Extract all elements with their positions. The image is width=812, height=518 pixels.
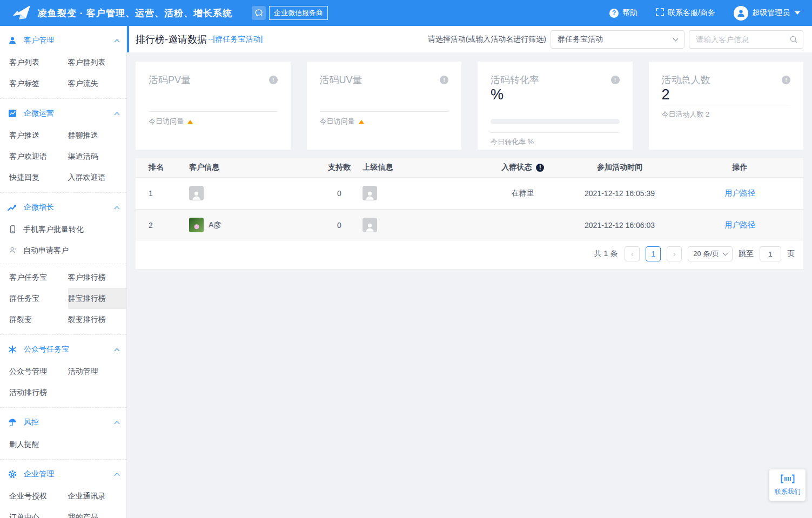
prev-page-button[interactable]: ‹ <box>625 246 640 261</box>
barcode-scan-icon <box>781 476 795 485</box>
cell-rank: 2 <box>136 209 189 241</box>
col-header-support: 支持数 <box>316 158 363 177</box>
card-footer-label: 今日转化率 % <box>491 137 534 147</box>
sidebar-item-corp-auth[interactable]: 企业号授权 <box>9 486 68 507</box>
contact-us-widget[interactable]: 联系我们 <box>769 469 806 501</box>
logo[interactable]: 凌鱼裂变 · 客户管理、运营、活粉、增长系统 <box>12 4 232 22</box>
umbrella-icon <box>8 418 17 427</box>
info-icon[interactable]: ! <box>269 76 278 84</box>
sidebar-item-group-welcome[interactable]: 入群欢迎语 <box>68 167 127 188</box>
chevron-down-icon <box>795 11 800 15</box>
top-header: 凌鱼裂变 · 客户管理、运营、活粉、增长系统 企业微信服务商 ? 帮助 <box>0 0 812 26</box>
section-header-wecom-ops[interactable]: 企微运营 <box>0 102 126 125</box>
card-title: 活码UV量 <box>320 73 363 86</box>
card-title: 活码转化率 <box>491 73 539 86</box>
gear-icon <box>8 470 17 479</box>
filter-label: 请选择活动(或输入活动名进行筛选) <box>428 35 546 44</box>
question-icon: ? <box>609 9 619 18</box>
sidebar-item-customer-group-list[interactable]: 客户群列表 <box>68 52 127 73</box>
divider <box>149 111 278 112</box>
sidebar-item-customer-push[interactable]: 客户推送 <box>9 125 68 146</box>
sidebar-item-my-products[interactable]: 我的产品 <box>68 507 127 518</box>
sidebar-item-quick-reply[interactable]: 快捷回复 <box>9 167 68 188</box>
avatar <box>734 6 748 21</box>
info-icon[interactable]: ! <box>440 76 448 84</box>
col-header-customer: 客户信息 <box>189 158 316 177</box>
jump-label: 跳至 <box>739 249 754 259</box>
section-header-enterprise[interactable]: 企业管理 <box>0 463 126 486</box>
contact-service-button[interactable]: 联系客服/商务 <box>656 8 715 18</box>
sidebar-section-risk: 风控 删人提醒 <box>0 408 126 460</box>
user-path-link[interactable]: 用户路径 <box>725 220 755 229</box>
info-icon[interactable]: ! <box>782 76 790 84</box>
page-size-select[interactable]: 20 条/页 <box>688 246 733 261</box>
sidebar-item-customer-list[interactable]: 客户列表 <box>9 52 68 73</box>
table-row: 2 A彦 0 <box>136 209 803 241</box>
sidebar-item-fission-ranking[interactable]: 裂变排行榜 <box>68 309 127 330</box>
header-right: ? 帮助 联系客服/商务 超级管理员 <box>609 6 800 21</box>
sidebar-section-wecom-growth: 企微增长 手机客户批量转化 自动申请客户 客户任务宝 客户排行榜 群任务宝 群宝… <box>0 193 126 335</box>
content: 活码PV量 ! 今日访问量 活码UV量 ! 今日访问量 <box>127 52 812 518</box>
user-menu[interactable]: 超级管理员 <box>734 6 800 21</box>
sidebar-item-customer-taskbao[interactable]: 客户任务宝 <box>9 267 68 288</box>
customer-search <box>689 30 803 49</box>
section-header-customer-mgmt[interactable]: 客户管理 <box>0 29 126 52</box>
scan-brackets-icon <box>656 8 664 18</box>
sidebar-item-group-taskbao[interactable]: 群任务宝 <box>9 288 68 309</box>
title-accent-bar <box>127 26 129 52</box>
sidebar-item-group-fission[interactable]: 群裂变 <box>9 309 68 330</box>
info-icon[interactable]: ! <box>611 76 620 84</box>
sidebar: 客户管理 客户列表 客户群列表 客户标签 客户流失 企微运营 客户推送 群聊推送… <box>0 26 127 518</box>
card-title: 活动总人数 <box>662 73 710 86</box>
section-label: 客户管理 <box>24 36 108 45</box>
sidebar-item-activity-manage[interactable]: 活动管理 <box>68 361 127 382</box>
sidebar-item-label: 手机客户批量转化 <box>23 225 84 234</box>
col-header-rank: 排名 <box>136 158 189 177</box>
divider <box>320 111 449 112</box>
sidebar-item-customer-ranking[interactable]: 客户排行榜 <box>68 267 127 288</box>
next-page-button[interactable]: › <box>667 246 682 261</box>
sidebar-item-group-push[interactable]: 群聊推送 <box>68 125 127 146</box>
section-header-wecom-growth[interactable]: 企微增长 <box>0 196 126 219</box>
chevron-up-icon <box>115 421 120 426</box>
activity-select[interactable]: 群任务宝活动 <box>551 30 685 49</box>
sidebar-item-groupbao-ranking[interactable]: 群宝排行榜 <box>68 288 127 309</box>
user-path-link[interactable]: 用户路径 <box>725 189 755 197</box>
sidebar-item-order-center[interactable]: 订单中心 <box>9 507 68 518</box>
activity-type-link[interactable]: --[群任务宝活动] <box>208 35 263 44</box>
card-footer-label: 今日访问量 <box>320 117 355 126</box>
phone-icon <box>8 225 17 234</box>
col-header-time: 参加活动时间 <box>563 158 676 177</box>
sidebar-item-customer-tags[interactable]: 客户标签 <box>9 73 68 94</box>
card-title: 活码PV量 <box>149 73 191 86</box>
sidebar-item-auto-apply-customer[interactable]: 自动申请客户 <box>0 240 126 261</box>
cell-status <box>483 209 563 241</box>
section-header-risk[interactable]: 风控 <box>0 411 126 434</box>
sidebar-item-phone-batch-convert[interactable]: 手机客户批量转化 <box>0 219 126 240</box>
sidebar-item-mp-manage[interactable]: 公众号管理 <box>9 361 68 382</box>
customer-search-input[interactable] <box>689 30 803 49</box>
contact-us-label: 联系我们 <box>769 487 806 496</box>
chat-search-icon <box>252 6 266 20</box>
chevron-up-icon <box>115 473 120 478</box>
card-footer-label: 今日访问量 <box>149 117 184 126</box>
sidebar-item-activity-ranking[interactable]: 活动排行榜 <box>9 382 68 403</box>
jump-page-input[interactable] <box>760 246 781 261</box>
cell-support: 0 <box>316 177 363 209</box>
sidebar-item-remove-alert[interactable]: 删人提醒 <box>9 434 68 455</box>
divider <box>0 264 126 264</box>
sidebar-item-empty <box>68 434 127 455</box>
search-icon[interactable] <box>789 35 798 46</box>
activity-select-value: 群任务宝活动 <box>558 35 603 44</box>
sidebar-item-corp-contacts[interactable]: 企业通讯录 <box>68 486 127 507</box>
page-button-1[interactable]: 1 <box>646 246 661 261</box>
sidebar-item-customer-welcome[interactable]: 客户欢迎语 <box>9 146 68 167</box>
divider <box>491 132 620 133</box>
section-header-mp-taskbao[interactable]: 公众号任务宝 <box>0 338 126 361</box>
sidebar-item-customer-churn[interactable]: 客户流失 <box>68 73 127 94</box>
help-button[interactable]: ? 帮助 <box>609 8 637 18</box>
sidebar-item-channel-livecode[interactable]: 渠道活码 <box>68 146 127 167</box>
customer-photo-avatar <box>189 218 204 232</box>
info-icon[interactable]: ! <box>536 164 544 172</box>
card-value: 2 <box>662 86 670 103</box>
